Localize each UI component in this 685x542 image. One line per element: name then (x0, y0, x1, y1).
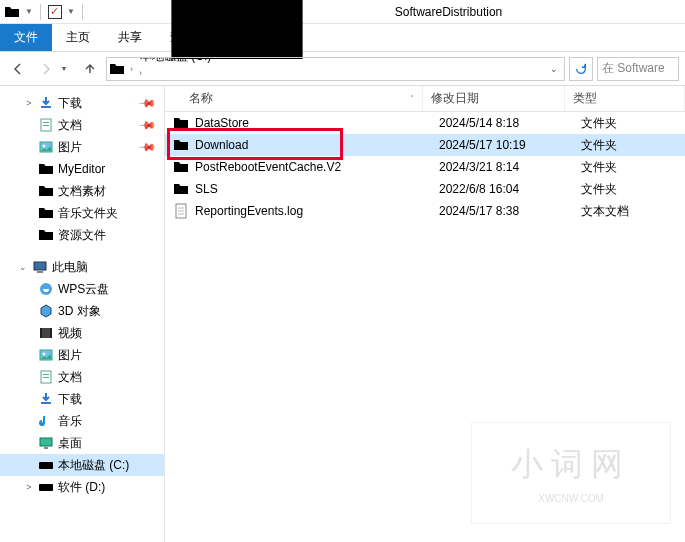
col-type[interactable]: 类型 (565, 86, 685, 111)
file-rows: DataStore 2024/5/14 8:18 文件夹 Download 20… (165, 112, 685, 222)
desktop-icon (38, 435, 54, 451)
nav-tree[interactable]: > 下载 📌 › 文档 📌 › 图片 📌 › MyEditor › 文档素材 › (0, 86, 165, 542)
tree-label: 文档 (58, 369, 82, 386)
file-date: 2022/6/8 16:04 (431, 182, 573, 196)
tree-item[interactable]: › 文档 📌 (0, 114, 164, 136)
tree-item[interactable]: › WPS云盘 (0, 278, 164, 300)
pin-icon: 📌 (137, 115, 156, 134)
tree-this-pc[interactable]: ⌄ 此电脑 (0, 256, 164, 278)
breadcrumb-item[interactable]: 本地磁盘 (C:) (136, 57, 251, 65)
tree-item[interactable]: › 桌面 (0, 432, 164, 454)
tree-item[interactable]: > 下载 📌 (0, 92, 164, 114)
file-type: 文件夹 (573, 137, 617, 154)
title-bar: ▼ ✓ ▼ SoftwareDistribution (0, 0, 685, 24)
refresh-button[interactable] (569, 57, 593, 81)
history-dropdown-icon[interactable]: ▾ (62, 64, 72, 73)
file-name: DataStore (195, 116, 431, 130)
tree-item[interactable]: › 图片 📌 (0, 136, 164, 158)
file-type: 文件夹 (573, 159, 617, 176)
file-type: 文件夹 (573, 181, 617, 198)
music-icon (38, 413, 54, 429)
folder-icon (173, 159, 189, 175)
tab-home[interactable]: 主页 (52, 24, 104, 51)
tree-label: 下载 (58, 391, 82, 408)
col-date[interactable]: 修改日期 (423, 86, 565, 111)
tab-file[interactable]: 文件 (0, 24, 52, 51)
folder-icon (173, 115, 189, 131)
tree-item[interactable]: › 下载 (0, 388, 164, 410)
watermark: 小词网 XWCNW.COM (471, 422, 671, 524)
file-name: SLS (195, 182, 431, 196)
folder-icon (173, 181, 189, 197)
file-row[interactable]: DataStore 2024/5/14 8:18 文件夹 (165, 112, 685, 134)
file-name: ReportingEvents.log (195, 204, 431, 218)
tree-item[interactable]: › 文档素材 (0, 180, 164, 202)
sort-asc-icon: ˄ (410, 94, 414, 103)
file-date: 2024/3/21 8:14 (431, 160, 573, 174)
column-headers: 名称 ˄ 修改日期 类型 (165, 86, 685, 112)
video-icon (38, 325, 54, 341)
file-name: Download (195, 138, 431, 152)
tab-view[interactable]: 查看 (156, 24, 208, 51)
tree-item[interactable]: › 3D 对象 (0, 300, 164, 322)
up-button[interactable] (78, 57, 102, 81)
file-date: 2024/5/14 8:18 (431, 116, 573, 130)
tree-label: 软件 (D:) (58, 479, 105, 496)
file-row[interactable]: PostRebootEventCache.V2 2024/3/21 8:14 文… (165, 156, 685, 178)
expand-icon[interactable]: > (24, 482, 34, 492)
folder-icon (38, 183, 54, 199)
doc-icon (38, 369, 54, 385)
tree-label: 资源文件 (58, 227, 106, 244)
wps-icon (38, 281, 54, 297)
properties-qat-icon[interactable]: ✓ (48, 5, 62, 19)
address-bar[interactable]: › 此电脑›本地磁盘 (C:)›Windows›SoftwareDistribu… (106, 57, 565, 81)
file-row[interactable]: Download 2024/5/17 10:19 文件夹 (165, 134, 685, 156)
forward-button[interactable] (34, 57, 58, 81)
tree-label: 文档素材 (58, 183, 106, 200)
col-name[interactable]: 名称 ˄ (165, 86, 423, 111)
picture-icon (38, 139, 54, 155)
address-dropdown-icon[interactable]: ⌄ (546, 64, 562, 74)
window-title: SoftwareDistribution (395, 5, 502, 19)
tree-item[interactable]: › 图片 (0, 344, 164, 366)
tree-item[interactable]: › 音乐文件夹 (0, 202, 164, 224)
tab-share[interactable]: 共享 (104, 24, 156, 51)
qat-dropdown-icon[interactable]: ▼ (25, 7, 33, 16)
qat-dropdown-icon[interactable]: ▼ (67, 7, 75, 16)
expand-icon[interactable]: > (24, 98, 34, 108)
back-button[interactable] (6, 57, 30, 81)
folder-icon (38, 227, 54, 243)
doc-icon (38, 117, 54, 133)
3d-icon (38, 303, 54, 319)
folder-icon (38, 161, 54, 177)
search-input[interactable]: 在 Software (597, 57, 679, 81)
file-name: PostRebootEventCache.V2 (195, 160, 431, 174)
drive-icon (38, 479, 54, 495)
tree-label: 文档 (58, 117, 82, 134)
file-list-pane: 名称 ˄ 修改日期 类型 DataStore 2024/5/14 8:18 文件… (165, 86, 685, 542)
tree-label: 此电脑 (52, 259, 88, 276)
chevron-right-icon[interactable]: › (136, 68, 145, 78)
file-type: 文本文档 (573, 203, 629, 220)
file-icon (173, 203, 189, 219)
tree-item[interactable]: › 本地磁盘 (C:) (0, 454, 164, 476)
tree-item[interactable]: › 音乐 (0, 410, 164, 432)
folder-icon (173, 137, 189, 153)
tree-item[interactable]: › MyEditor (0, 158, 164, 180)
tree-item[interactable]: › 资源文件 (0, 224, 164, 246)
tree-item[interactable]: > 软件 (D:) (0, 476, 164, 498)
app-folder-icon (4, 4, 20, 20)
tree-item[interactable]: › 视频 (0, 322, 164, 344)
pin-icon: 📌 (137, 93, 156, 112)
file-date: 2024/5/17 8:38 (431, 204, 573, 218)
tree-item[interactable]: › 文档 (0, 366, 164, 388)
tree-label: 音乐文件夹 (58, 205, 118, 222)
file-row[interactable]: SLS 2022/6/8 16:04 文件夹 (165, 178, 685, 200)
pin-icon: 📌 (137, 137, 156, 156)
breadcrumb-item[interactable]: Windows (136, 79, 251, 81)
file-row[interactable]: ReportingEvents.log 2024/5/17 8:38 文本文档 (165, 200, 685, 222)
tree-label: 3D 对象 (58, 303, 101, 320)
chevron-right-icon[interactable]: › (127, 64, 136, 74)
collapse-icon[interactable]: ⌄ (18, 262, 28, 272)
tree-label: 图片 (58, 347, 82, 364)
